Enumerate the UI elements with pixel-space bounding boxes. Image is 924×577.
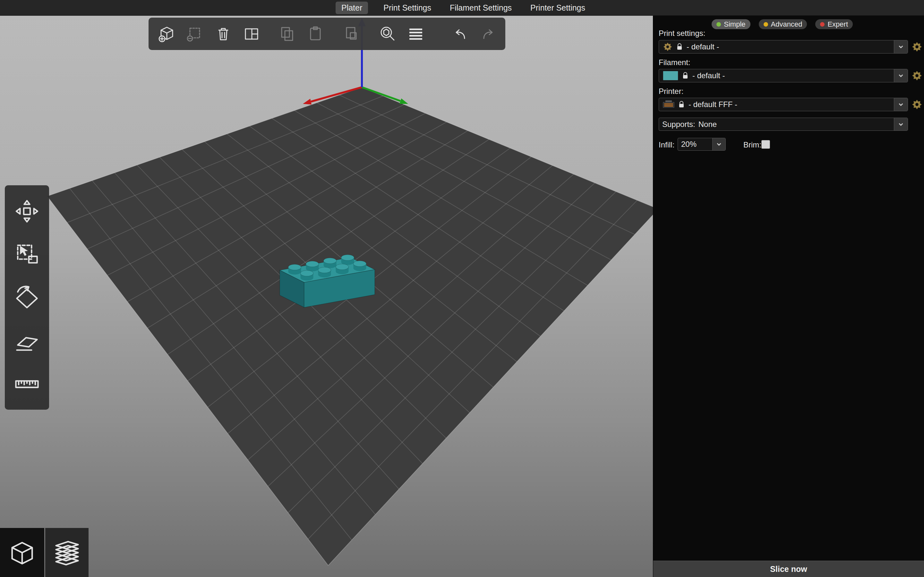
scene-canvas (0, 15, 653, 577)
gear-icon (911, 41, 922, 52)
flatten-tool-button[interactable] (11, 324, 43, 356)
mode-simple-button[interactable]: Simple (712, 19, 750, 29)
measure-tool-button[interactable] (11, 367, 43, 400)
arrange-button[interactable] (241, 23, 262, 45)
duplicate-button[interactable] (341, 23, 362, 45)
printer-label: Printer: (659, 87, 683, 96)
zoom-icon (377, 24, 398, 44)
layers-icon (405, 24, 426, 44)
3d-view-icon (6, 537, 38, 569)
viewport-3d[interactable] (0, 15, 653, 577)
chevron-down-icon (716, 141, 722, 148)
filament-gear-button[interactable] (911, 70, 923, 81)
infill-combo[interactable]: 20% (678, 138, 726, 151)
mode-expert-button[interactable]: Expert (815, 19, 853, 29)
layers-view-icon (51, 537, 83, 569)
print-settings-label: Print settings: (659, 29, 705, 38)
paste-icon (305, 24, 326, 44)
supports-dropdown-arrow[interactable] (894, 118, 908, 131)
layers-view-button[interactable] (45, 528, 89, 577)
undo-icon (450, 24, 470, 44)
copy-button[interactable] (277, 23, 298, 45)
delete-all-button[interactable] (213, 23, 234, 45)
arrange-icon (241, 24, 262, 44)
flatten-tool-icon (12, 326, 42, 355)
expert-mode-dot-icon (820, 22, 825, 27)
chevron-down-icon (897, 101, 905, 108)
add-object-icon (157, 24, 177, 44)
move-tool-icon (12, 197, 42, 226)
printer-gear-button[interactable] (911, 99, 923, 110)
advanced-mode-dot-icon (764, 22, 768, 27)
printer-icon (663, 100, 674, 109)
redo-button[interactable] (478, 23, 499, 45)
remove-object-button[interactable] (184, 23, 206, 45)
printer-value: - default FFF - (688, 100, 737, 109)
tab-group: Plater Print Settings Filament Settings … (336, 2, 588, 14)
rotate-tool-icon (12, 283, 42, 312)
zoom-button[interactable] (377, 23, 398, 45)
measure-tool-icon (12, 369, 42, 398)
print-settings-combo[interactable]: - default - (659, 40, 908, 53)
paste-button[interactable] (305, 23, 326, 45)
supports-combo[interactable]: Supports: None (659, 118, 908, 131)
move-tool-button[interactable] (11, 195, 43, 227)
printer-combo[interactable]: - default FFF - (659, 98, 908, 111)
print-settings-value: - default - (687, 42, 719, 51)
gear-icon (911, 99, 922, 110)
filament-value: - default - (692, 71, 725, 80)
slice-now-button[interactable]: Slice now (653, 561, 924, 577)
add-object-button[interactable] (156, 23, 178, 45)
simple-mode-dot-icon (716, 22, 721, 27)
tab-filament-settings[interactable]: Filament Settings (447, 2, 515, 14)
supports-value: None (698, 120, 717, 129)
x-axis-arrow (303, 99, 312, 105)
infill-dropdown-arrow[interactable] (712, 138, 725, 150)
top-tab-bar: Plater Print Settings Filament Settings … (0, 0, 924, 16)
infill-value: 20% (681, 140, 696, 149)
mode-label: Expert (827, 20, 848, 29)
duplicate-icon (341, 24, 362, 44)
filament-combo[interactable]: - default - (659, 69, 908, 82)
filament-dropdown-arrow[interactable] (894, 69, 908, 82)
settings-panel: Simple Advanced Expert Print settings: -… (653, 15, 924, 577)
mode-label: Simple (724, 20, 745, 29)
filament-label: Filament: (659, 58, 690, 67)
remove-object-icon (185, 24, 205, 44)
rotate-tool-button[interactable] (11, 282, 43, 314)
view-mode-switcher (0, 528, 89, 577)
viewport-toolbar (149, 18, 505, 50)
chevron-down-icon (897, 72, 905, 79)
filament-swatch (663, 71, 678, 81)
gear-icon (663, 42, 672, 52)
print-bed (47, 87, 653, 566)
print-settings-dropdown-arrow[interactable] (894, 40, 908, 53)
side-toolbar (5, 185, 49, 410)
lock-icon (682, 72, 688, 79)
tab-plater[interactable]: Plater (336, 2, 368, 14)
chevron-down-icon (897, 43, 905, 50)
select-tool-button[interactable] (11, 239, 43, 271)
chevron-down-icon (897, 121, 905, 128)
infill-label: Infill: (659, 140, 674, 149)
mode-switcher: Simple Advanced Expert (712, 19, 853, 29)
tab-print-settings[interactable]: Print Settings (380, 2, 435, 14)
redo-icon (478, 24, 499, 44)
mode-advanced-button[interactable]: Advanced (759, 19, 807, 29)
y-axis-arrow (399, 98, 408, 104)
brim-checkbox[interactable] (761, 140, 770, 149)
mode-label: Advanced (771, 20, 803, 29)
lock-icon (676, 43, 683, 51)
3d-view-button[interactable] (0, 528, 44, 577)
supports-label: Supports: (662, 120, 695, 129)
lock-icon (678, 101, 685, 108)
copy-icon (277, 24, 298, 44)
layers-button[interactable] (405, 23, 426, 45)
undo-button[interactable] (449, 23, 471, 45)
slicer-window: Plater Print Settings Filament Settings … (0, 0, 924, 577)
tab-printer-settings[interactable]: Printer Settings (527, 2, 588, 14)
printer-dropdown-arrow[interactable] (894, 98, 908, 111)
gear-icon (911, 70, 922, 81)
delete-all-icon (213, 24, 234, 44)
print-settings-gear-button[interactable] (911, 41, 923, 53)
